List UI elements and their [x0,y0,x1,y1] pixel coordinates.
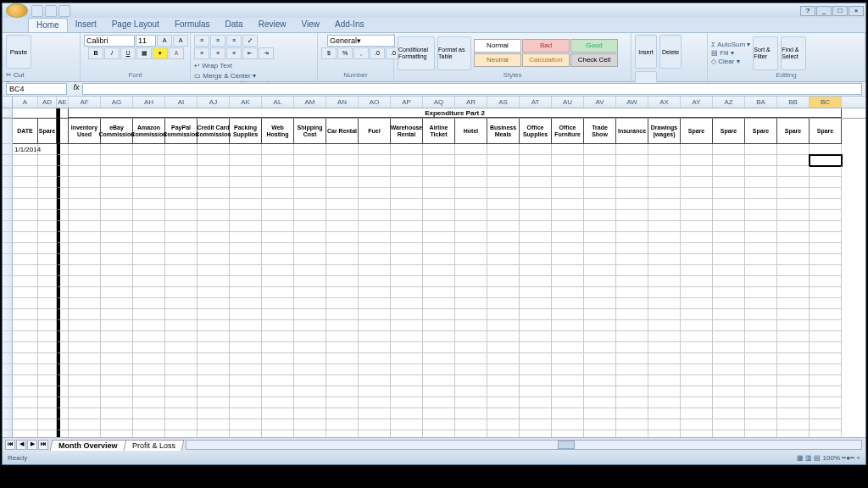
cell[interactable] [326,419,359,430]
col-header-AX[interactable]: AX [648,97,681,108]
cell[interactable] [326,243,359,254]
help-icon[interactable]: ? [800,6,815,16]
cell[interactable] [326,331,359,342]
cell[interactable] [294,243,326,254]
cell[interactable] [552,199,584,210]
cell[interactable] [584,408,616,419]
cell[interactable] [262,309,294,320]
cell[interactable] [713,144,745,155]
cell[interactable] [648,287,681,298]
cell[interactable] [262,287,294,298]
cell[interactable] [487,276,520,287]
cell[interactable] [681,386,713,397]
cell[interactable] [57,276,69,287]
cell[interactable] [13,188,38,199]
row-header[interactable] [3,320,13,331]
cell[interactable] [455,276,487,287]
cell[interactable] [165,276,198,287]
tab-formulas[interactable]: Formulas [167,18,218,32]
cell[interactable] [648,144,681,155]
cell[interactable] [133,265,165,276]
col-header-AP[interactable]: AP [391,97,423,108]
bold-button[interactable]: B [88,47,103,59]
cell[interactable] [391,276,423,287]
cell[interactable] [38,375,57,386]
cell[interactable] [262,221,294,232]
cell[interactable] [487,221,520,232]
clear-button[interactable]: ◇ Clear ▾ [711,58,750,65]
cell[interactable] [552,254,584,265]
cell[interactable] [101,210,133,221]
cell[interactable] [230,353,262,364]
cell[interactable] [198,419,230,430]
cell[interactable] [13,430,38,437]
cell[interactable] [552,386,584,397]
office-button[interactable] [6,3,28,18]
cell[interactable] [101,408,133,419]
cell[interactable] [359,254,391,265]
wrap-text-button[interactable]: ↩ Wrap Text [194,62,256,69]
cell[interactable] [294,210,326,221]
cell[interactable] [198,298,230,309]
cell[interactable] [57,430,69,437]
cell[interactable] [810,419,842,430]
sort-filter-button[interactable]: Sort & Filter [753,36,778,70]
cell[interactable] [745,265,777,276]
cell[interactable] [294,397,326,408]
cell[interactable] [777,287,810,298]
cell[interactable] [487,430,520,437]
cell[interactable] [777,408,810,419]
cell[interactable] [69,254,101,265]
cell[interactable] [359,430,391,437]
cell[interactable] [616,265,648,276]
cell[interactable] [616,397,648,408]
cell[interactable] [57,331,69,342]
cell[interactable] [552,210,584,221]
cell[interactable] [101,155,133,166]
cell[interactable] [69,353,101,364]
cell[interactable] [681,276,713,287]
cell[interactable] [133,342,165,353]
cell[interactable] [713,177,745,188]
cell[interactable] [745,397,777,408]
cell[interactable] [713,155,745,166]
percent-icon[interactable]: % [337,47,353,59]
cell[interactable] [359,353,391,364]
cell[interactable] [584,309,616,320]
cell[interactable] [133,298,165,309]
cell[interactable] [359,342,391,353]
cell[interactable] [133,364,165,375]
cell[interactable] [745,342,777,353]
cell[interactable] [38,331,57,342]
cell[interactable] [359,276,391,287]
cell[interactable] [552,320,584,331]
number-format-combo[interactable]: General ▾ [327,35,395,47]
cell[interactable] [616,221,648,232]
cell[interactable] [69,210,101,221]
cell[interactable] [230,188,262,199]
cell[interactable] [391,419,423,430]
conditional-formatting-button[interactable]: Conditional Formatting [398,36,435,70]
cell[interactable] [294,221,326,232]
cell[interactable] [616,364,648,375]
cell[interactable] [294,342,326,353]
cell[interactable] [13,177,38,188]
row-header[interactable] [3,243,13,254]
cell[interactable] [326,144,359,155]
cell[interactable] [326,386,359,397]
cell[interactable] [713,397,745,408]
cell[interactable] [520,144,552,155]
cell[interactable] [262,353,294,364]
cell[interactable] [648,254,681,265]
cell[interactable] [326,254,359,265]
cell[interactable] [455,419,487,430]
cell[interactable] [38,430,57,437]
fill-color-button[interactable]: ▾ [153,47,168,59]
cell[interactable] [69,331,101,342]
cell[interactable] [520,243,552,254]
cell[interactable] [745,144,777,155]
align-top-icon[interactable]: ≡ [194,35,209,47]
col-header-AN[interactable]: AN [326,97,359,108]
align-bottom-icon[interactable]: ≡ [226,35,242,47]
cell[interactable] [423,166,455,177]
